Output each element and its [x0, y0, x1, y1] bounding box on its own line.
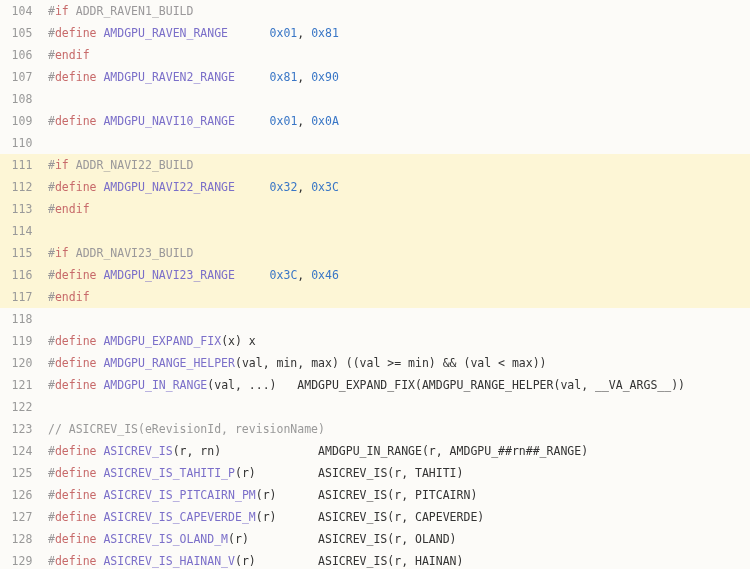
line-number: 121	[0, 374, 42, 396]
token: (x) x	[221, 334, 256, 348]
token: (val, ...) AMDGPU_EXPAND_FIX(AMDGPU_RANG…	[207, 378, 685, 392]
token: #	[48, 180, 55, 194]
token: endif	[55, 290, 90, 304]
code-content[interactable]: #define ASICREV_IS_TAHITI_P(r) ASICREV_I…	[42, 462, 750, 484]
token	[235, 114, 270, 128]
token: #	[48, 532, 55, 546]
code-line: 104#if ADDR_RAVEN1_BUILD	[0, 0, 750, 22]
code-line: 125#define ASICREV_IS_TAHITI_P(r) ASICRE…	[0, 462, 750, 484]
token: 0x3C	[270, 268, 298, 282]
code-content[interactable]	[42, 88, 750, 110]
token: define	[55, 26, 97, 40]
token: define	[55, 554, 97, 568]
code-content[interactable]: #if ADDR_NAVI23_BUILD	[42, 242, 750, 264]
token: #	[48, 158, 55, 172]
code-content[interactable]: #endif	[42, 198, 750, 220]
line-number: 106	[0, 44, 42, 66]
line-number: 115	[0, 242, 42, 264]
token: #	[48, 510, 55, 524]
code-line: 119#define AMDGPU_EXPAND_FIX(x) x	[0, 330, 750, 352]
code-content[interactable]: #define AMDGPU_NAVI22_RANGE 0x32, 0x3C	[42, 176, 750, 198]
token: if	[55, 4, 69, 18]
code-line: 113#endif	[0, 198, 750, 220]
code-line: 106#endif	[0, 44, 750, 66]
line-number: 116	[0, 264, 42, 286]
token: (val, min, max) ((val >= min) && (val < …	[235, 356, 547, 370]
token: if	[55, 158, 69, 172]
token: #	[48, 466, 55, 480]
code-line: 116#define AMDGPU_NAVI23_RANGE 0x3C, 0x4…	[0, 264, 750, 286]
line-number: 111	[0, 154, 42, 176]
code-content[interactable]	[42, 220, 750, 242]
code-line: 112#define AMDGPU_NAVI22_RANGE 0x32, 0x3…	[0, 176, 750, 198]
token: if	[55, 246, 69, 260]
code-content[interactable]	[42, 396, 750, 418]
token: #	[48, 4, 55, 18]
token: 0x90	[311, 70, 339, 84]
line-number: 108	[0, 88, 42, 110]
code-content[interactable]: #define AMDGPU_IN_RANGE(val, ...) AMDGPU…	[42, 374, 750, 396]
line-number: 128	[0, 528, 42, 550]
code-content[interactable]	[42, 308, 750, 330]
token: #	[48, 70, 55, 84]
code-line: 110	[0, 132, 750, 154]
code-line: 111#if ADDR_NAVI22_BUILD	[0, 154, 750, 176]
code-content[interactable]: #if ADDR_RAVEN1_BUILD	[42, 0, 750, 22]
token: 0x81	[311, 26, 339, 40]
token: AMDGPU_NAVI10_RANGE	[103, 114, 235, 128]
code-block: 104#if ADDR_RAVEN1_BUILD105#define AMDGP…	[0, 0, 750, 569]
code-content[interactable]: #define ASICREV_IS_OLAND_M(r) ASICREV_IS…	[42, 528, 750, 550]
code-content[interactable]: #define ASICREV_IS(r, rn) AMDGPU_IN_RANG…	[42, 440, 750, 462]
token: #	[48, 202, 55, 216]
token: define	[55, 444, 97, 458]
token: ,	[297, 70, 311, 84]
line-number: 118	[0, 308, 42, 330]
token: AMDGPU_RANGE_HELPER	[103, 356, 235, 370]
line-number: 120	[0, 352, 42, 374]
token: define	[55, 356, 97, 370]
line-number: 117	[0, 286, 42, 308]
code-content[interactable]: #define ASICREV_IS_PITCAIRN_PM(r) ASICRE…	[42, 484, 750, 506]
line-number: 119	[0, 330, 42, 352]
token: 0x46	[311, 268, 339, 282]
code-content[interactable]: #define AMDGPU_RAVEN_RANGE 0x01, 0x81	[42, 22, 750, 44]
token: define	[55, 466, 97, 480]
code-content[interactable]: #define AMDGPU_RAVEN2_RANGE 0x81, 0x90	[42, 66, 750, 88]
code-content[interactable]: #define ASICREV_IS_HAINAN_V(r) ASICREV_I…	[42, 550, 750, 569]
code-content[interactable]: #endif	[42, 286, 750, 308]
code-content[interactable]: #define AMDGPU_NAVI10_RANGE 0x01, 0x0A	[42, 110, 750, 132]
token: // ASICREV_IS(eRevisionId, revisionName)	[48, 422, 325, 436]
token: 0x0A	[311, 114, 339, 128]
code-line: 121#define AMDGPU_IN_RANGE(val, ...) AMD…	[0, 374, 750, 396]
code-line: 124#define ASICREV_IS(r, rn) AMDGPU_IN_R…	[0, 440, 750, 462]
code-content[interactable]: #define AMDGPU_RANGE_HELPER(val, min, ma…	[42, 352, 750, 374]
token: (r) ASICREV_IS(r, HAINAN)	[235, 554, 463, 568]
token: (r) ASICREV_IS(r, PITCAIRN)	[256, 488, 478, 502]
code-content[interactable]: // ASICREV_IS(eRevisionId, revisionName)	[42, 418, 750, 440]
token: 0x3C	[311, 180, 339, 194]
token: #	[48, 378, 55, 392]
token: ,	[297, 180, 311, 194]
token: endif	[55, 202, 90, 216]
token: ADDR_NAVI22_BUILD	[69, 158, 194, 172]
code-line: 107#define AMDGPU_RAVEN2_RANGE 0x81, 0x9…	[0, 66, 750, 88]
code-line: 126#define ASICREV_IS_PITCAIRN_PM(r) ASI…	[0, 484, 750, 506]
token: define	[55, 334, 97, 348]
code-line: 120#define AMDGPU_RANGE_HELPER(val, min,…	[0, 352, 750, 374]
token: endif	[55, 48, 90, 62]
line-number: 104	[0, 0, 42, 22]
token: ASICREV_IS_OLAND_M	[103, 532, 228, 546]
code-content[interactable]: #if ADDR_NAVI22_BUILD	[42, 154, 750, 176]
token: #	[48, 290, 55, 304]
token: #	[48, 488, 55, 502]
code-line: 105#define AMDGPU_RAVEN_RANGE 0x01, 0x81	[0, 22, 750, 44]
token: define	[55, 180, 97, 194]
line-number: 112	[0, 176, 42, 198]
code-content[interactable]: #define AMDGPU_NAVI23_RANGE 0x3C, 0x46	[42, 264, 750, 286]
code-content[interactable]: #define ASICREV_IS_CAPEVERDE_M(r) ASICRE…	[42, 506, 750, 528]
code-content[interactable]: #endif	[42, 44, 750, 66]
token: #	[48, 246, 55, 260]
code-content[interactable]: #define AMDGPU_EXPAND_FIX(x) x	[42, 330, 750, 352]
code-content[interactable]	[42, 132, 750, 154]
token: (r, rn) AMDGPU_IN_RANGE(r, AMDGPU_##rn##…	[173, 444, 588, 458]
